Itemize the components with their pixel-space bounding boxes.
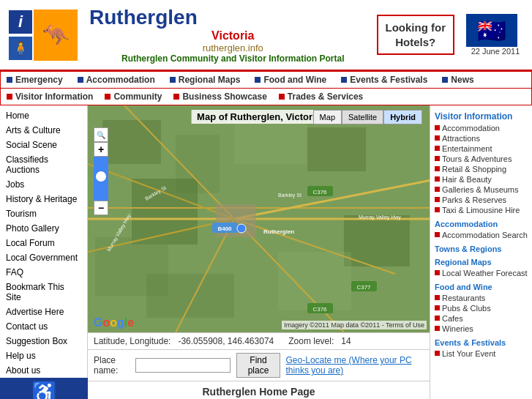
sidebar-link-contact[interactable]: Contact us [0, 319, 87, 334]
right-item-taxi[interactable]: Taxi & Limousine Hire [435, 205, 528, 215]
hotel-box[interactable]: Looking for Hotels? [377, 15, 455, 55]
site-name: Rutherglen [89, 6, 377, 29]
map-info-bar: Latitude, Longitude: -36.055908, 146.463… [88, 332, 430, 349]
sidebar-link-local-forum[interactable]: Local Forum [0, 236, 87, 250]
map-copyright: Imagery ©2011 Map data ©2011 - Terms of … [282, 321, 427, 329]
top-nav: Emergency Accommodation Regional Maps Fo… [0, 71, 532, 89]
right-item-pubs[interactable]: Pubs & Clubs [435, 303, 528, 313]
center-content: B400 C376 C377 C376 Barkley St Barkley S… [88, 105, 430, 399]
map-svg: B400 C376 C377 C376 Barkley St Barkley S… [88, 105, 430, 332]
left-sidebar: Home Arts & Culture Social Scene Classif… [0, 105, 88, 399]
sidebar-link-tourism[interactable]: Tourism [0, 206, 87, 221]
right-item-weather[interactable]: Local Weather Forecast [435, 268, 528, 278]
zoom-slider[interactable] [94, 157, 108, 201]
sidebar-link-bookmark[interactable]: Bookmark This Site [0, 280, 87, 305]
svg-text:Rutherglen: Rutherglen [263, 228, 294, 235]
place-input[interactable] [135, 358, 231, 373]
right-item-wineries[interactable]: Wineries [435, 324, 528, 334]
sidebar-link-home[interactable]: Home [0, 108, 87, 123]
svg-text:Barkley St: Barkley St [278, 193, 301, 198]
nav-sq-trades [279, 94, 285, 100]
sidebar-link-about[interactable]: About us [0, 363, 87, 378]
sidebar-link-help[interactable]: Help us [0, 348, 87, 363]
nav-accommodation[interactable]: Accommodation [78, 75, 155, 85]
main-content: Home Arts & Culture Social Scene Classif… [0, 105, 532, 399]
right-section-accommodation: Accommodation [435, 220, 528, 228]
zoom-controls[interactable]: 🔍 + − [94, 127, 108, 215]
place-label: Place name: [94, 355, 130, 376]
map-zoom-icon: 🔍 [94, 127, 108, 142]
site-title: Rutherglen Victoria rutherglen.info Ruth… [89, 6, 377, 64]
map-tab-satellite[interactable]: Satellite [342, 110, 383, 124]
sidebar-link-jobs[interactable]: Jobs [0, 177, 87, 192]
right-item-attractions[interactable]: Attractions [435, 133, 528, 143]
map-image[interactable]: B400 C376 C377 C376 Barkley St Barkley S… [88, 105, 430, 332]
right-item-cafes[interactable]: Cafes [435, 313, 528, 324]
sidebar-link-social[interactable]: Social Scene [0, 138, 87, 152]
right-item-list-event[interactable]: List Your Event [435, 348, 528, 359]
nav-visitor[interactable]: Visitor Information [7, 92, 93, 102]
nav-regional-maps[interactable]: Regional Maps [170, 75, 241, 85]
person-icon[interactable]: 🧍 [7, 35, 34, 61]
lng-value: 146.463074 [228, 336, 274, 346]
map-area[interactable]: B400 C376 C377 C376 Barkley St Barkley S… [88, 105, 430, 332]
find-place-button[interactable]: Find place [236, 353, 280, 378]
sidebar-link-suggestion[interactable]: Suggestion Box [0, 334, 87, 348]
right-item-parks[interactable]: Parks & Reserves [435, 195, 528, 205]
right-item-galleries[interactable]: Galleries & Museums [435, 184, 528, 195]
nav-sq-emergency [7, 77, 12, 83]
flag-icon: 🇦🇺 [466, 14, 517, 47]
svg-rect-8 [146, 274, 234, 318]
right-item-entertainment[interactable]: Entertainment [435, 143, 528, 154]
site-url[interactable]: rutherglen.info [89, 42, 377, 53]
svg-text:C377: C377 [356, 284, 371, 291]
sidebar-link-advertise[interactable]: Advertise Here [0, 305, 87, 319]
flag-date: 🇦🇺 22 June 2011 [466, 14, 525, 56]
svg-point-28 [237, 224, 246, 233]
nav-food-wine[interactable]: Food and Wine [255, 75, 326, 85]
site-tagline: Rutherglen Community and Visitor Informa… [89, 53, 377, 64]
right-item-accom-search[interactable]: Accommodation Search [435, 230, 528, 240]
svg-rect-1 [102, 120, 161, 164]
nav-sq-food [255, 77, 261, 83]
nav-sq-accommodation [78, 77, 83, 83]
svg-text:B400: B400 [217, 225, 232, 232]
place-search-bar: Place name: Find place Geo-Locate me (Wh… [88, 349, 430, 381]
right-item-restaurants[interactable]: Restaurants [435, 293, 528, 303]
sidebar-link-local-gov[interactable]: Local Government [0, 250, 87, 265]
nav-events[interactable]: Events & Festivals [341, 75, 427, 85]
sidebar-link-photo-gallery[interactable]: Photo Gallery [0, 221, 87, 236]
map-controls[interactable]: Map Satellite Hybrid [313, 110, 422, 124]
zoom-in-btn[interactable]: + [94, 142, 108, 157]
right-sidebar: Visitor Information Accommodation Attrac… [430, 105, 532, 399]
right-item-hair[interactable]: Hair & Beauty [435, 174, 528, 184]
nav-emergency[interactable]: Emergency [7, 75, 63, 85]
nav-sq-regional [170, 77, 176, 83]
nav-trades[interactable]: Trades & Services [279, 92, 363, 102]
date-display: 22 June 2011 [466, 47, 525, 56]
right-item-tours[interactable]: Tours & Adventures [435, 154, 528, 164]
geolocate-link[interactable]: Geo-Locate me (Where your PC thinks you … [286, 355, 424, 376]
sidebar-link-classifieds[interactable]: Classifieds Auctions [0, 152, 87, 177]
nav-sq-news [442, 77, 448, 83]
hotel-line2: Hotels? [386, 35, 446, 50]
info-icon[interactable]: i [7, 9, 34, 35]
lat-value: -36.055908 [178, 336, 222, 346]
coords-label: Latitude, Longitude: -36.055908, 146.463… [94, 336, 274, 346]
right-item-retail[interactable]: Retail & Shopping [435, 164, 528, 174]
state-name: Victoria [89, 29, 377, 42]
sidebar-link-faq[interactable]: FAQ [0, 265, 87, 280]
right-section-visitor: Visitor Information [435, 111, 528, 122]
nav-news[interactable]: News [442, 75, 473, 85]
zoom-out-btn[interactable]: − [94, 201, 108, 215]
nav-sq-events [341, 77, 347, 83]
right-item-accommodation[interactable]: Accommodation [435, 123, 528, 133]
map-tab-map[interactable]: Map [313, 110, 342, 124]
sidebar-link-arts[interactable]: Arts & Culture [0, 123, 87, 138]
sidebar-link-history[interactable]: History & Heritage [0, 192, 87, 206]
map-tab-hybrid[interactable]: Hybrid [383, 110, 422, 124]
nav-business[interactable]: Business Showcase [173, 92, 266, 102]
nav-community[interactable]: Community [105, 92, 162, 102]
svg-rect-5 [307, 127, 366, 171]
page-footer-title: Rutherglen Home Page [88, 381, 430, 399]
